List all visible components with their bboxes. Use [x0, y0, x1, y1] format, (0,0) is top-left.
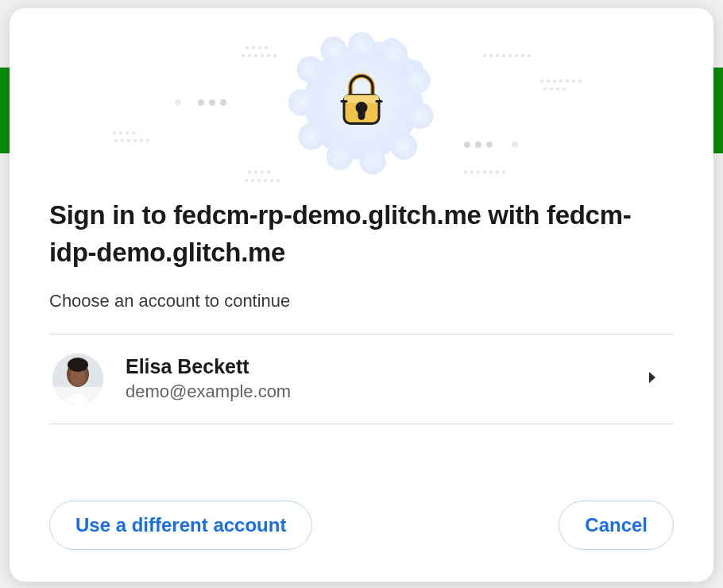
- divider: [49, 424, 674, 424]
- chevron-right-icon: [647, 370, 658, 388]
- decorative-dashes: [483, 54, 531, 57]
- svg-point-6: [359, 148, 385, 174]
- account-text: Elisa Beckett demo@example.com: [126, 355, 647, 402]
- dialog-title: Sign in to fedcm-rp-demo.glitch.me with …: [49, 197, 674, 272]
- cancel-button[interactable]: Cancel: [559, 501, 674, 550]
- decorative-dashes: [242, 54, 276, 57]
- svg-point-22: [68, 358, 88, 372]
- dialog-subtitle: Choose an account to continue: [49, 291, 674, 311]
- decorative-dashes: [245, 179, 280, 182]
- svg-point-5: [391, 133, 417, 160]
- decorative-dashes: [540, 79, 582, 83]
- decorative-dashes: [246, 46, 268, 49]
- svg-rect-15: [359, 109, 364, 118]
- svg-point-1: [348, 32, 374, 58]
- signin-dialog: Sign in to fedcm-rp-demo.glitch.me with …: [10, 8, 713, 582]
- account-email: demo@example.com: [126, 381, 647, 402]
- decorative-dashes: [464, 171, 505, 174]
- svg-point-4: [407, 103, 433, 129]
- decorative-dots: [198, 99, 226, 106]
- svg-point-9: [288, 89, 315, 115]
- user-avatar: [52, 354, 103, 404]
- svg-point-10: [297, 56, 323, 83]
- button-row: Use a different account Cancel: [49, 462, 674, 550]
- decorative-dashes: [543, 87, 566, 91]
- svg-point-2: [381, 41, 408, 68]
- hero-illustration: [10, 8, 713, 197]
- decorative-dashes: [113, 131, 135, 134]
- svg-point-7: [327, 144, 353, 170]
- decorative-dots: [175, 99, 181, 106]
- decorative-dashes: [248, 171, 270, 174]
- decorative-dots: [464, 141, 493, 148]
- account-name: Elisa Beckett: [126, 355, 647, 378]
- svg-point-3: [404, 68, 431, 94]
- account-row[interactable]: Elisa Beckett demo@example.com: [49, 335, 674, 424]
- decorative-dots: [512, 141, 518, 148]
- decorative-dashes: [114, 139, 149, 142]
- use-different-account-button[interactable]: Use a different account: [49, 501, 312, 550]
- dialog-content: Sign in to fedcm-rp-demo.glitch.me with …: [10, 197, 713, 582]
- lock-icon: [337, 71, 386, 131]
- svg-point-8: [298, 123, 324, 149]
- svg-point-11: [320, 37, 346, 63]
